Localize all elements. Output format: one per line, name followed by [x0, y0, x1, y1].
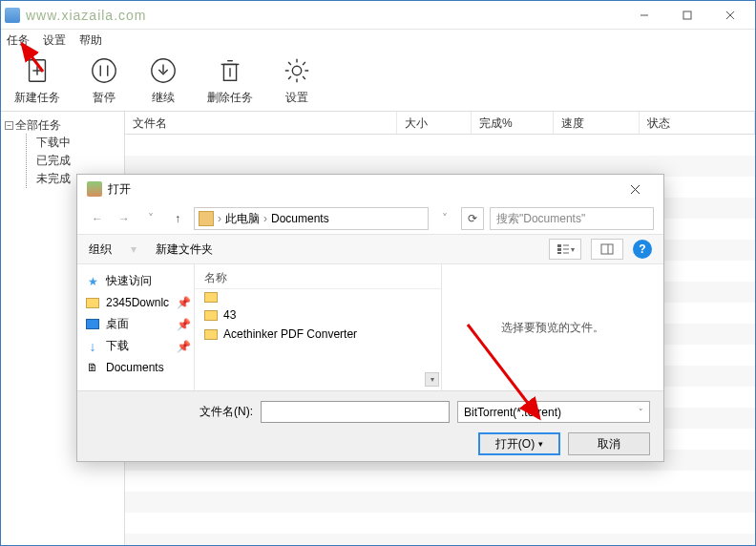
file-item[interactable]: Acethinker PDF Converter — [195, 325, 441, 344]
place-downloads[interactable]: ↓ 下载 📌 — [81, 335, 190, 357]
nav-up-button[interactable]: ↑ — [167, 208, 188, 229]
tree-root[interactable]: − 全部任务 — [5, 117, 120, 134]
grid-header: 文件名 大小 完成% 速度 状态 — [125, 112, 755, 135]
open-button[interactable]: 打开(O) ▾ — [478, 432, 560, 455]
svg-rect-21 — [557, 252, 561, 254]
file-scrollbar[interactable]: ▾ — [425, 287, 439, 387]
place-documents[interactable]: 🗎 Documents — [81, 357, 190, 378]
filelist-header-name[interactable]: 名称 — [195, 268, 441, 289]
toolbar: 新建任务 暂停 继续 删除任务 设置 — [1, 51, 755, 112]
folder-icon — [204, 292, 218, 303]
open-button-label: 打开(O) — [495, 436, 535, 452]
filetype-select[interactable]: BitTorrent(*.torrent) ˅ — [457, 401, 650, 423]
breadcrumb-dropdown[interactable]: ˅ — [434, 208, 455, 229]
delete-label: 删除任务 — [207, 90, 253, 106]
watermark-text: www.xiazaila.com — [26, 8, 146, 23]
minimize-icon — [640, 10, 649, 20]
dialog-icon — [87, 181, 102, 197]
col-speed[interactable]: 速度 — [554, 112, 640, 134]
quick-access[interactable]: ★ 快速访问 — [81, 270, 190, 292]
menu-settings[interactable]: 设置 — [43, 32, 66, 49]
new-task-button[interactable]: 新建任务 — [14, 55, 60, 106]
breadcrumb-pc[interactable]: 此电脑 — [225, 211, 260, 227]
svg-rect-19 — [557, 244, 561, 247]
folder-icon — [199, 211, 214, 226]
new-folder-button[interactable]: 新建文件夹 — [156, 242, 213, 258]
list-view-icon — [556, 243, 570, 255]
place-label: Documents — [106, 361, 164, 374]
search-input[interactable]: 搜索"Documents" — [490, 207, 654, 230]
dialog-close-button[interactable] — [616, 176, 654, 202]
file-name: Acethinker PDF Converter — [223, 327, 357, 341]
tree-completed[interactable]: 已完成 — [36, 152, 120, 170]
places-pane: ★ 快速访问 2345Downlc 📌 桌面 📌 ↓ 下载 📌 🗎 Docume… — [77, 264, 194, 390]
place-label: 2345Downlc — [106, 296, 169, 309]
preview-text: 选择要预览的文件。 — [501, 320, 604, 336]
settings-button[interactable]: 设置 — [282, 55, 312, 106]
pin-icon: 📌 — [177, 340, 186, 353]
dialog-toolbar: 组织 ▾ 新建文件夹 ▾ ? — [77, 234, 663, 264]
preview-pane-button[interactable] — [591, 239, 623, 260]
menu-help[interactable]: 帮助 — [79, 32, 102, 49]
menubar: 任务 设置 帮助 — [1, 30, 755, 51]
scroll-down-icon[interactable]: ▾ — [425, 372, 439, 387]
nav-recent-button[interactable]: ˅ — [140, 208, 161, 229]
pause-button[interactable]: 暂停 — [89, 55, 119, 106]
new-task-label: 新建任务 — [14, 90, 60, 106]
file-list[interactable]: 名称 43 Acethinker PDF Converter ▾ — [194, 264, 442, 390]
svg-rect-20 — [557, 248, 561, 251]
trash-icon — [215, 55, 245, 86]
maximize-button[interactable] — [665, 2, 708, 29]
app-icon — [5, 8, 20, 23]
resume-icon — [148, 55, 178, 86]
download-icon: ↓ — [85, 339, 100, 354]
breadcrumb[interactable]: › 此电脑 › Documents — [194, 207, 429, 230]
nav-back-button[interactable]: ← — [87, 208, 108, 229]
chevron-right-icon: › — [218, 212, 221, 225]
tree-downloading[interactable]: 下载中 — [36, 134, 120, 152]
tree-collapse-icon[interactable]: − — [5, 121, 13, 130]
settings-label: 设置 — [285, 90, 308, 106]
breadcrumb-documents[interactable]: Documents — [271, 212, 329, 225]
maximize-icon — [682, 10, 692, 20]
place-label: 下载 — [106, 338, 129, 354]
organize-button[interactable]: 组织 — [89, 242, 112, 258]
col-size[interactable]: 大小 — [397, 112, 472, 134]
search-placeholder: 搜索"Documents" — [496, 211, 585, 227]
minimize-button[interactable] — [622, 2, 665, 29]
star-icon: ★ — [85, 274, 100, 289]
filename-input[interactable] — [261, 401, 450, 423]
menu-task[interactable]: 任务 — [7, 32, 30, 49]
dialog-body: ★ 快速访问 2345Downlc 📌 桌面 📌 ↓ 下载 📌 🗎 Docume… — [77, 264, 663, 390]
cancel-button-label: 取消 — [598, 436, 620, 452]
preview-pane-icon — [600, 243, 614, 255]
col-filename[interactable]: 文件名 — [125, 112, 397, 134]
col-done[interactable]: 完成% — [472, 112, 554, 134]
help-button[interactable]: ? — [633, 240, 652, 259]
file-item[interactable]: 43 — [195, 305, 441, 325]
close-icon — [630, 184, 640, 195]
refresh-button[interactable]: ⟳ — [461, 207, 484, 230]
gear-icon — [282, 55, 312, 86]
col-status[interactable]: 状态 — [640, 112, 755, 134]
svg-rect-1 — [683, 11, 691, 19]
chevron-down-icon: ▾ — [571, 245, 575, 254]
file-item[interactable] — [195, 289, 441, 305]
view-mode-button[interactable]: ▾ — [549, 239, 581, 260]
new-task-icon — [22, 55, 52, 86]
folder-icon — [204, 329, 218, 340]
nav-forward-button[interactable]: → — [114, 208, 135, 229]
resume-button[interactable]: 继续 — [148, 55, 178, 106]
filename-label: 文件名(N): — [91, 404, 253, 420]
dialog-title: 打开 — [108, 181, 131, 198]
delete-button[interactable]: 删除任务 — [207, 55, 253, 106]
close-button[interactable] — [708, 2, 751, 29]
place-2345downloads[interactable]: 2345Downlc 📌 — [81, 292, 190, 313]
place-desktop[interactable]: 桌面 📌 — [81, 313, 190, 335]
dialog-titlebar: 打开 — [77, 175, 663, 203]
cancel-button[interactable]: 取消 — [568, 432, 650, 455]
quick-access-label: 快速访问 — [106, 273, 152, 289]
file-name: 43 — [223, 308, 236, 322]
svg-point-7 — [93, 59, 116, 82]
chevron-right-icon: › — [263, 212, 267, 225]
